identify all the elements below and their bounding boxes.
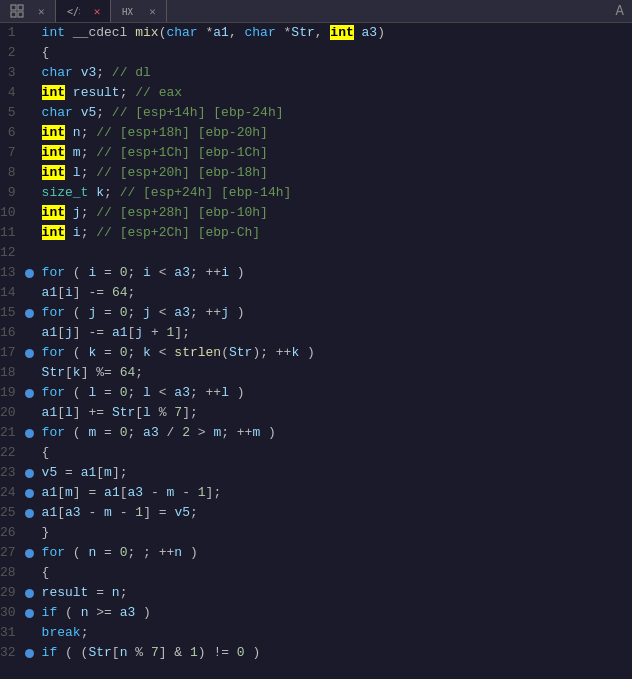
line-number-17: 17 xyxy=(0,343,22,363)
breakpoint-dot-27[interactable] xyxy=(25,549,34,558)
code-line-28: { xyxy=(38,563,632,583)
line-number-20: 20 xyxy=(0,403,22,423)
line-number-26: 26 xyxy=(0,523,22,543)
breakpoint-dot-19[interactable] xyxy=(25,389,34,398)
line-number-5: 5 xyxy=(0,103,22,123)
code-area[interactable]: int __cdecl mix(char *a1, char *Str, int… xyxy=(38,23,632,679)
line-number-16: 16 xyxy=(0,323,22,343)
gutter-cell-11 xyxy=(22,223,38,243)
line-number-8: 8 xyxy=(0,163,22,183)
breakpoint-dot-29[interactable] xyxy=(25,589,34,598)
gutter-cell-16 xyxy=(22,323,38,343)
code-line-19: for ( l = 0; l < a3; ++l ) xyxy=(38,383,632,403)
line-number-10: 10 xyxy=(0,203,22,223)
gutter-cell-23 xyxy=(22,463,38,483)
code-line-3: char v3; // dl xyxy=(38,63,632,83)
gutter-cell-28 xyxy=(22,563,38,583)
gutter-cell-10 xyxy=(22,203,38,223)
gutter-cell-5 xyxy=(22,103,38,123)
line-number-28: 28 xyxy=(0,563,22,583)
line-numbers: 1234567891011121314151617181920212223242… xyxy=(0,23,22,679)
code-line-24: a1[m] = a1[a3 - m - 1]; xyxy=(38,483,632,503)
tab-pseudocode-a-close[interactable]: ✕ xyxy=(94,5,101,18)
gutter-cell-20 xyxy=(22,403,38,423)
tab-hex-view-1-close[interactable]: ✕ xyxy=(149,5,156,18)
code-line-10: int j; // [esp+28h] [ebp-10h] xyxy=(38,203,632,223)
tab-ida-view-a[interactable]: ✕ xyxy=(0,0,56,22)
gutter-cell-25 xyxy=(22,503,38,523)
line-number-3: 3 xyxy=(0,63,22,83)
line-number-23: 23 xyxy=(0,463,22,483)
gutter-cell-30 xyxy=(22,603,38,623)
line-number-13: 13 xyxy=(0,263,22,283)
line-number-15: 15 xyxy=(0,303,22,323)
code-line-21: for ( m = 0; a3 / 2 > m; ++m ) xyxy=(38,423,632,443)
gutter-cell-32 xyxy=(22,643,38,663)
breakpoint-dot-32[interactable] xyxy=(25,649,34,658)
code-line-26: } xyxy=(38,523,632,543)
svg-rect-0 xyxy=(11,5,16,10)
code-line-18: Str[k] %= 64; xyxy=(38,363,632,383)
gutter-cell-22 xyxy=(22,443,38,463)
gutter-cell-21 xyxy=(22,423,38,443)
code-container: 1234567891011121314151617181920212223242… xyxy=(0,23,632,679)
code-line-7: int m; // [esp+1Ch] [ebp-1Ch] xyxy=(38,143,632,163)
svg-rect-2 xyxy=(11,12,16,17)
gutter-cell-9 xyxy=(22,183,38,203)
line-number-22: 22 xyxy=(0,443,22,463)
gutter-cell-12 xyxy=(22,243,38,263)
breakpoint-dot-17[interactable] xyxy=(25,349,34,358)
code-line-17: for ( k = 0; k < strlen(Str); ++k ) xyxy=(38,343,632,363)
gutter-cell-19 xyxy=(22,383,38,403)
code-line-29: result = n; xyxy=(38,583,632,603)
code-line-22: { xyxy=(38,443,632,463)
tab-bar: ✕ </> ✕ HX ✕ A xyxy=(0,0,632,23)
line-number-12: 12 xyxy=(0,243,22,263)
breakpoint-dot-30[interactable] xyxy=(25,609,34,618)
code-line-30: if ( n >= a3 ) xyxy=(38,603,632,623)
line-number-19: 19 xyxy=(0,383,22,403)
line-number-1: 1 xyxy=(0,23,22,43)
code-line-9: size_t k; // [esp+24h] [ebp-14h] xyxy=(38,183,632,203)
breakpoint-dot-24[interactable] xyxy=(25,489,34,498)
code-line-1: int __cdecl mix(char *a1, char *Str, int… xyxy=(38,23,632,43)
gutter-cell-15 xyxy=(22,303,38,323)
gutter-cell-4 xyxy=(22,83,38,103)
gutter-cell-31 xyxy=(22,623,38,643)
breakpoint-dot-25[interactable] xyxy=(25,509,34,518)
pseudocode-icon: </> xyxy=(66,4,80,18)
code-line-31: break; xyxy=(38,623,632,643)
breakpoint-dot-21[interactable] xyxy=(25,429,34,438)
tab-hex-view-1[interactable]: HX ✕ xyxy=(111,0,167,22)
gutter-cell-6 xyxy=(22,123,38,143)
line-number-21: 21 xyxy=(0,423,22,443)
breakpoint-dot-13[interactable] xyxy=(25,269,34,278)
tab-pseudocode-a[interactable]: </> ✕ xyxy=(56,0,112,22)
line-number-32: 32 xyxy=(0,643,22,663)
code-line-12 xyxy=(38,243,632,263)
gutter-cell-3 xyxy=(22,63,38,83)
code-line-11: int i; // [esp+2Ch] [ebp-Ch] xyxy=(38,223,632,243)
line-number-18: 18 xyxy=(0,363,22,383)
gutter-cell-1 xyxy=(22,23,38,43)
code-line-15: for ( j = 0; j < a3; ++j ) xyxy=(38,303,632,323)
line-number-24: 24 xyxy=(0,483,22,503)
code-line-6: int n; // [esp+18h] [ebp-20h] xyxy=(38,123,632,143)
code-line-16: a1[j] -= a1[j + 1]; xyxy=(38,323,632,343)
line-number-30: 30 xyxy=(0,603,22,623)
font-icon: A xyxy=(616,3,624,19)
line-number-9: 9 xyxy=(0,183,22,203)
gutter-cell-18 xyxy=(22,363,38,383)
gutter-cell-29 xyxy=(22,583,38,603)
code-line-25: a1[a3 - m - 1] = v5; xyxy=(38,503,632,523)
breakpoint-dot-23[interactable] xyxy=(25,469,34,478)
breakpoint-dot-15[interactable] xyxy=(25,309,34,318)
line-number-2: 2 xyxy=(0,43,22,63)
gutter-cell-26 xyxy=(22,523,38,543)
line-number-25: 25 xyxy=(0,503,22,523)
ida-view-icon xyxy=(10,4,24,18)
svg-rect-3 xyxy=(18,12,23,17)
gutter-cell-24 xyxy=(22,483,38,503)
tab-ida-view-a-close[interactable]: ✕ xyxy=(38,5,45,18)
svg-text:</>: </> xyxy=(67,6,80,17)
